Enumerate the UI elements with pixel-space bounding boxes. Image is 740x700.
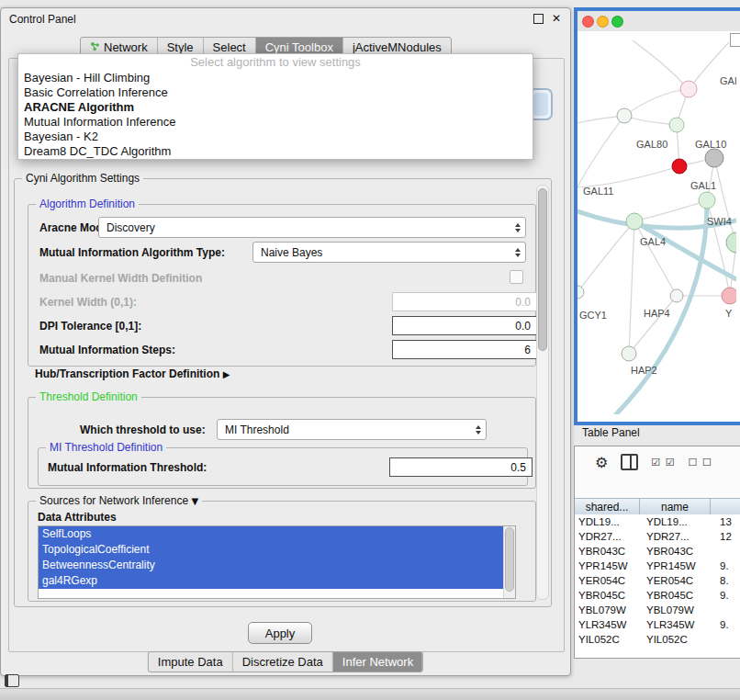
table-row[interactable]: YDL19...YDL19...13 [575,514,740,529]
table-row[interactable]: YLR345WYLR345W9. [575,617,740,632]
minimize-traffic-light-icon[interactable] [597,16,609,28]
algorithm-option[interactable]: Basic Correlation Inference [18,85,533,100]
network-node[interactable] [726,232,736,253]
mi-type-select[interactable]: Naive Bayes [252,242,526,263]
algorithm-dropdown-popup: Select algorithm to view settings Bayesi… [17,53,533,160]
table-cell: YBR043C [575,544,643,559]
bottom-tabs: Impute DataDiscretize DataInfer Network [148,651,423,672]
column-selector-icon[interactable] [621,454,638,470]
table-cell: YBL079W [575,603,643,617]
sources-section-toggle[interactable]: Sources for Network Inference ▼ [36,494,202,507]
algorithm-option[interactable]: Dream8 DC_TDC Algorithm [18,144,533,159]
settings-scrollbar[interactable] [536,185,549,600]
table-row[interactable]: YIL052CYIL052C [575,632,740,647]
select-all-icon[interactable]: ☑ ☑ [651,457,675,469]
table-row[interactable]: YDR27...YDR27...12 [575,529,740,544]
network-node[interactable] [722,288,736,304]
table-cell: YIL052C [643,632,716,647]
algorithm-option[interactable]: Bayesian - Hill Climbing [18,71,533,85]
hub-section-toggle[interactable]: Hub/Transcription Factor Definition ▶ [35,367,230,380]
dpi-tolerance-input[interactable]: 0.0 [392,316,537,335]
which-threshold-select[interactable]: MI Threshold [217,419,487,440]
mi-steps-input[interactable]: 6 [392,340,537,359]
data-attribute-item[interactable]: BetweennessCentrality [39,558,504,573]
manual-kernel-checkbox[interactable] [510,270,523,284]
algorithm-option[interactable]: Bayesian - K2 [18,130,533,144]
network-node[interactable] [622,346,636,361]
table-toolbar: ⚙ ☑ ☑ ☐ ☐ [575,446,740,478]
data-attribute-item[interactable]: SelfLoops [39,526,504,542]
network-node[interactable] [670,289,683,302]
table-cell: YBL079W [643,603,716,617]
data-attributes-list[interactable]: SelfLoopsTopologicalCoefficientBetweenne… [38,525,516,599]
bottom-tab-impute-data[interactable]: Impute Data [149,652,233,672]
network-node[interactable] [699,192,715,209]
settings-scrollbar-thumb[interactable] [538,188,547,351]
sources-group: Sources for Network Inference ▼ Data Att… [28,501,536,602]
column-header[interactable] [711,498,740,516]
mi-threshold-label: Mutual Information Threshold: [48,461,207,474]
tab-label: Network [104,40,148,54]
network-edge [707,200,730,296]
network-tab-icon [90,40,100,54]
algorithm-definition-title: Algorithm Definition [36,198,139,210]
bottom-tab-discretize-data[interactable]: Discretize Data [233,652,333,672]
settings-gear-icon[interactable]: ⚙ [595,454,608,471]
stepper-arrows-icon [515,248,521,257]
mi-threshold-group: MI Threshold Definition Mutual Informati… [38,447,528,486]
data-attribute-item[interactable]: gal4RGexp [39,573,504,589]
mi-steps-label: Mutual Information Steps: [39,344,175,356]
cyni-algorithm-settings-group: Cyni Algorithm Settings Algorithm Defini… [14,178,552,607]
network-node[interactable] [680,81,697,97]
tab-label: jActiveMNodules [353,40,442,54]
column-header[interactable]: shared... [575,498,640,516]
network-node-label: GAL1 [690,180,716,191]
network-node[interactable] [626,213,643,230]
network-overview-box[interactable] [730,33,740,47]
network-node[interactable] [705,149,723,167]
list-scrollbar-thumb[interactable] [505,527,514,592]
apply-button[interactable]: Apply [248,622,312,644]
sources-section-label: Sources for Network Inference [39,494,188,507]
table-cell [716,603,740,617]
table-row[interactable]: YER054CYER054C8. [575,573,740,588]
table-header-row: shared...name [575,498,740,514]
column-header[interactable]: name [640,498,711,516]
table-row[interactable]: YBL079WYBL079W [575,603,740,617]
network-edge [629,221,634,354]
table-row[interactable]: YPR145WYPR145W9. [575,559,740,573]
network-canvas[interactable]: GALGAL80GAL10GAL11GAL1SWI4GAL4GCY1HAP4YH… [577,31,740,422]
network-node[interactable] [672,159,687,174]
network-view-window[interactable]: GALGAL80GAL10GAL11GAL1SWI4GAL4GCY1HAP4YH… [574,7,740,425]
network-node[interactable] [617,108,632,123]
table-cell: YBR045C [575,588,643,603]
algorithm-option[interactable]: Mutual Information Inference [18,115,533,130]
network-node-label: GAL4 [640,236,666,247]
mi-threshold-input[interactable]: 0.5 [389,457,533,477]
network-window-titlebar[interactable] [577,11,740,31]
bottom-tab-infer-network[interactable]: Infer Network [333,652,422,672]
network-edge [577,166,679,187]
tab-label: Infer Network [342,655,413,669]
close-window-button[interactable]: ✕ [552,13,561,24]
algorithm-option[interactable]: ARACNE Algorithm [18,100,533,115]
tab-label: Discretize Data [242,655,323,669]
zoom-traffic-light-icon[interactable] [611,16,623,28]
deselect-all-icon[interactable]: ☐ ☐ [689,457,712,469]
tab-label: Style [167,40,194,54]
table-cell: YPR145W [575,559,643,573]
aracne-mode-select[interactable]: Discovery [98,217,526,238]
network-graph: GALGAL80GAL10GAL11GAL1SWI4GAL4GCY1HAP4YH… [577,31,736,414]
float-window-button[interactable] [533,14,544,24]
network-node[interactable] [577,286,584,299]
table-cell: YDR27... [643,529,716,544]
data-attribute-item[interactable]: TopologicalCoefficient [39,542,504,558]
kernel-width-input[interactable]: 0.0 [392,292,537,311]
table-row[interactable]: YBR043CYBR043C [575,544,740,559]
list-scrollbar[interactable] [503,526,515,598]
combobox-button-icon [533,93,548,116]
close-traffic-light-icon[interactable] [582,16,594,28]
table-row[interactable]: YBR045CYBR045C9. [575,588,740,603]
docked-panel-icon[interactable] [5,674,19,687]
network-node[interactable] [669,118,684,132]
